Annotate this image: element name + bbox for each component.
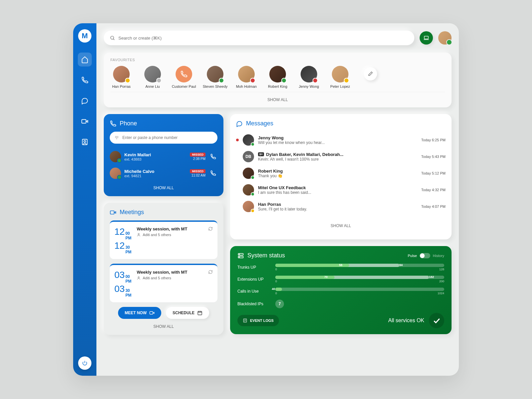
blacklisted-count: 7 xyxy=(275,300,284,308)
pencil-icon xyxy=(368,71,373,76)
meetings-show-all[interactable]: SHOW ALL xyxy=(110,320,217,329)
favourites-title: FAVOURITES xyxy=(110,58,445,62)
phone-icon xyxy=(176,66,192,82)
avatar xyxy=(238,66,255,82)
call-back-button[interactable] xyxy=(209,169,217,178)
search-field[interactable] xyxy=(104,31,414,45)
favourite-contact[interactable]: Han Porras xyxy=(110,66,132,88)
messages-card: Messages Jenny WongWill you let me know … xyxy=(230,114,452,239)
phone-icon xyxy=(210,170,216,176)
nav-phone[interactable] xyxy=(78,73,92,87)
messages-show-all[interactable]: SHOW ALL xyxy=(236,218,446,233)
unread-dot xyxy=(236,139,239,141)
sidebar: M xyxy=(73,23,96,376)
message-item[interactable]: Robert KingThank you 👏 Today 5:12 PM xyxy=(236,165,446,182)
avatar xyxy=(110,168,121,179)
avatar xyxy=(243,134,254,146)
contact-name: Anne Liu xyxy=(145,84,160,88)
recurring-icon[interactable] xyxy=(208,270,213,298)
contact-name: Han Porras xyxy=(112,84,131,88)
nav-contacts[interactable] xyxy=(78,135,92,149)
recent-call[interactable]: Michelle Calvoext. 94821 MISSED11:02 AM xyxy=(110,165,217,182)
check-icon xyxy=(429,313,444,328)
avatar xyxy=(243,184,254,196)
contact-name: Robert King xyxy=(268,84,287,88)
message-item[interactable]: Han PorrasSure, I'll get to it later tod… xyxy=(236,198,446,215)
event-logs-button[interactable]: EVENT LOGS xyxy=(237,315,279,326)
device-status-button[interactable] xyxy=(420,31,433,45)
meet-now-button[interactable]: MEET NOW xyxy=(118,307,161,319)
phone-title: Phone xyxy=(110,120,217,127)
phone-icon xyxy=(110,120,116,127)
message-item[interactable]: Mitel One UX FeedbackI am sure this has … xyxy=(236,182,446,198)
status-title: System status xyxy=(237,252,285,259)
avatar xyxy=(113,66,130,82)
avatar xyxy=(243,168,254,179)
video-icon xyxy=(110,209,116,216)
nav-home[interactable] xyxy=(78,53,92,66)
edit-favourites-button[interactable] xyxy=(364,67,377,80)
nav-messages[interactable] xyxy=(78,94,92,108)
phone-number-field[interactable] xyxy=(110,132,217,144)
nav-meetings[interactable] xyxy=(78,114,92,128)
phone-icon xyxy=(210,154,216,160)
phone-show-all[interactable]: SHOW ALL xyxy=(110,182,217,190)
app-logo: M xyxy=(78,29,91,43)
system-status-card: System status Pulse History Trunks UP 94… xyxy=(230,246,452,334)
dialpad-icon xyxy=(114,135,119,140)
power-button[interactable] xyxy=(78,356,91,370)
svg-point-13 xyxy=(138,233,139,235)
chat-icon xyxy=(236,120,243,127)
svg-point-5 xyxy=(115,136,116,137)
laptop-icon xyxy=(423,35,429,41)
svg-point-11 xyxy=(116,139,117,139)
favourites-show-all[interactable]: SHOW ALL xyxy=(110,92,445,107)
unread-count: 9+ xyxy=(258,152,264,156)
message-item[interactable]: Jenny WongWill you let me know when you … xyxy=(236,132,446,148)
search-input[interactable] xyxy=(118,36,408,41)
meeting-item[interactable]: 1200PM 1230PM Weekly session, with MT Ad… xyxy=(110,220,217,259)
contact-name: Peter Lopez xyxy=(330,84,350,88)
avatar xyxy=(269,66,286,82)
favourite-contact[interactable]: Anne Liu xyxy=(142,66,164,88)
favourite-contact[interactable]: Robert King xyxy=(267,66,289,88)
schedule-button[interactable]: SCHEDULE xyxy=(166,307,209,319)
phone-card: Phone Kevin Mallariext. 43883 MISSED2:38… xyxy=(104,114,223,196)
services-ok-text: All services OK xyxy=(388,318,424,324)
status-metric: Calls in Use 40 01024 xyxy=(237,288,444,295)
meeting-item[interactable]: 0300PM 0330PM Weekly session, with MT Ad… xyxy=(110,264,217,302)
favourite-contact[interactable]: Jenny Wong xyxy=(298,66,320,88)
svg-point-19 xyxy=(239,254,240,255)
user-avatar[interactable] xyxy=(438,31,452,45)
pulse-history-toggle[interactable] xyxy=(420,253,430,258)
person-icon xyxy=(137,233,141,237)
avatar xyxy=(243,201,254,212)
svg-point-14 xyxy=(138,277,139,278)
avatar xyxy=(144,66,161,82)
svg-point-10 xyxy=(118,137,118,138)
favourite-contact[interactable]: Customer Paul xyxy=(173,66,195,88)
favourite-contact[interactable]: Moh Holman xyxy=(235,66,257,88)
call-back-button[interactable] xyxy=(209,152,217,161)
status-toggle-group: Pulse History xyxy=(408,253,444,258)
meetings-title: Meetings xyxy=(110,209,217,216)
status-metric: Extensions UP 182 70 0200 xyxy=(237,276,444,283)
video-icon xyxy=(149,310,155,316)
favourites-panel: FAVOURITES Han PorrasAnne LiuCustomer Pa… xyxy=(104,53,452,107)
recurring-icon[interactable] xyxy=(208,226,213,254)
avatar: DB xyxy=(243,151,254,162)
svg-point-20 xyxy=(239,257,240,257)
phone-number-input[interactable] xyxy=(122,135,213,140)
message-item[interactable]: DB 9+Dylan Baker, Kevin Mallari, Deborah… xyxy=(236,148,446,165)
contact-name: Customer Paul xyxy=(172,84,196,88)
meetings-card: Meetings 1200PM 1230PM Weekly session, w… xyxy=(104,203,223,335)
contact-name: Steven Sheedy xyxy=(203,84,228,88)
search-icon xyxy=(110,35,115,41)
favourite-contact[interactable]: Peter Lopez xyxy=(329,66,351,88)
favourite-contact[interactable]: Steven Sheedy xyxy=(204,66,226,88)
avatar xyxy=(207,66,223,82)
svg-point-8 xyxy=(115,137,116,138)
recent-call[interactable]: Kevin Mallariext. 43883 MISSED2:38 PM xyxy=(110,148,217,165)
svg-point-6 xyxy=(116,136,117,137)
log-icon xyxy=(243,318,247,323)
